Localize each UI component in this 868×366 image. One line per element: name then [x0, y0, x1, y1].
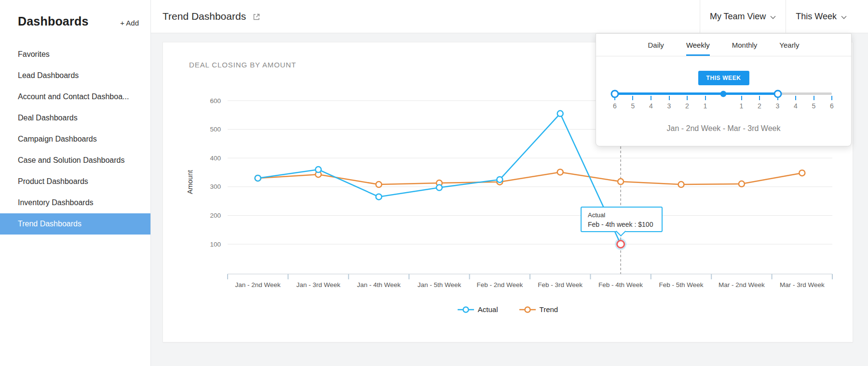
slider-tick-label: 5	[812, 102, 816, 110]
tooltip-series-name: Actual	[588, 211, 662, 219]
topbar-right: My Team View This Week	[700, 0, 856, 33]
slider-tick-label: 4	[794, 102, 798, 110]
slider-tick	[741, 96, 742, 100]
x-tick-label: Jan - 4th Week	[357, 281, 401, 288]
actual-point[interactable]	[436, 185, 442, 191]
x-tick-label: Jan - 2nd Week	[235, 281, 281, 288]
trend-line	[258, 172, 802, 184]
slider-tick	[687, 96, 688, 100]
slider-left-handle[interactable]	[611, 90, 619, 98]
trend-point[interactable]	[678, 182, 684, 187]
view-selector-label: My Team View	[710, 12, 766, 22]
this-week-button[interactable]: THIS WEEK	[698, 71, 749, 85]
page-title: Trend Dashboards	[163, 11, 246, 22]
slider-tick	[651, 96, 651, 100]
y-tick-label: 400	[210, 155, 221, 162]
tab-monthly[interactable]: Monthly	[732, 34, 758, 56]
x-tick-label: Feb - 3rd Week	[538, 281, 583, 288]
slider-tick-label: 6	[830, 102, 834, 110]
x-tick-label: Jan - 5th Week	[418, 281, 461, 288]
slider-tick-label: 2	[685, 102, 689, 110]
legend-item-actual[interactable]: Actual	[458, 305, 498, 314]
sidebar-title: Dashboards	[18, 14, 88, 28]
topbar-left: Trend Dashboards	[163, 11, 261, 22]
tab-daily[interactable]: Daily	[648, 34, 664, 56]
x-tick-label: Jan - 3rd Week	[296, 281, 340, 288]
slider-tick	[814, 96, 814, 100]
y-tick-label: 100	[210, 241, 221, 248]
period-selector-label: This Week	[796, 12, 837, 22]
period-selector[interactable]: This Week	[786, 0, 856, 33]
actual-point[interactable]	[376, 194, 382, 200]
sidebar-header: Dashboards + Add	[0, 0, 150, 28]
chart-legend: ActualTrend	[163, 305, 853, 314]
slider-tick	[831, 96, 832, 100]
period-popover: DailyWeeklyMonthlyYearly THIS WEEK 65432…	[596, 33, 852, 146]
slider-tick	[632, 96, 633, 100]
sidebar-item[interactable]: Trend Dashboards	[0, 213, 150, 235]
slider-tick-label: 1	[740, 102, 744, 110]
sidebar-item[interactable]: Product Dashboards	[0, 171, 150, 192]
highlighted-point[interactable]	[617, 241, 624, 248]
add-dashboard-button[interactable]: + Add	[120, 19, 139, 27]
chart-tooltip: Actual Feb - 4th week : $100	[581, 207, 663, 232]
sidebar-item[interactable]: Campaign Dashboards	[0, 129, 150, 150]
tooltip-value: Feb - 4th week : $100	[588, 221, 662, 228]
sidebar-item[interactable]: Lead Dashboards	[0, 65, 150, 86]
x-tick-label: Feb - 2nd Week	[476, 281, 523, 288]
open-in-new-icon[interactable]	[252, 13, 261, 21]
actual-line	[258, 114, 621, 244]
actual-point[interactable]	[557, 111, 563, 117]
x-tick-label: Feb - 5th Week	[659, 281, 703, 288]
slider-tick-label: 6	[613, 102, 617, 110]
legend-label: Actual	[478, 305, 498, 314]
sidebar-item[interactable]: Deal Dashboards	[0, 107, 150, 129]
trend-legend-marker-icon	[519, 306, 536, 313]
slider-tick-label: 2	[758, 102, 761, 110]
y-tick-label: 300	[210, 183, 221, 190]
slider-tick	[669, 96, 670, 100]
trend-point[interactable]	[618, 179, 624, 184]
tab-yearly[interactable]: Yearly	[779, 34, 799, 56]
range-slider[interactable]: 654321123456	[615, 88, 832, 113]
slider-tick	[759, 96, 760, 100]
trend-point[interactable]	[557, 169, 563, 175]
slider-center-dot	[720, 91, 727, 97]
period-tabs: DailyWeeklyMonthlyYearly	[596, 34, 851, 56]
sidebar-item[interactable]: Case and Solution Dashboards	[0, 150, 150, 171]
legend-item-trend[interactable]: Trend	[519, 305, 558, 314]
trend-point[interactable]	[739, 181, 745, 187]
slider-tick	[795, 96, 796, 100]
sidebar: Dashboards + Add FavoritesLead Dashboard…	[0, 0, 151, 366]
y-tick-label: 200	[210, 212, 221, 219]
trend-point[interactable]	[376, 182, 382, 187]
slider-tick-label: 1	[704, 102, 707, 110]
y-tick-label: 600	[210, 97, 221, 105]
range-label: Jan - 2nd Week - Mar - 3rd Week	[596, 124, 851, 133]
sidebar-item[interactable]: Inventory Dashboards	[0, 192, 150, 213]
slider-tick	[705, 96, 706, 100]
actual-legend-marker-icon	[458, 306, 474, 313]
slider-track-fill	[615, 92, 778, 95]
y-tick-label: 500	[210, 126, 221, 133]
slider-tick-label: 4	[649, 102, 653, 110]
slider-tick-label: 5	[631, 102, 635, 110]
slider-tick-label: 3	[667, 102, 671, 110]
tab-weekly[interactable]: Weekly	[686, 34, 710, 56]
slider-right-handle[interactable]	[773, 90, 782, 98]
view-selector[interactable]: My Team View	[700, 0, 786, 33]
sidebar-item[interactable]: Favorites	[0, 44, 150, 65]
sidebar-item[interactable]: Account and Contact Dashboa...	[0, 86, 150, 107]
slider-tick-label: 3	[776, 102, 780, 110]
topbar: Trend Dashboards My Team View This Week	[151, 0, 868, 33]
actual-point[interactable]	[255, 175, 261, 181]
legend-label: Trend	[540, 305, 558, 314]
chevron-down-icon	[770, 15, 776, 19]
x-tick-label: Mar - 3rd Week	[780, 281, 825, 288]
chevron-down-icon	[841, 15, 847, 19]
trend-point[interactable]	[799, 170, 805, 176]
x-tick-label: Feb - 4th Week	[598, 281, 643, 288]
actual-point[interactable]	[315, 167, 321, 172]
x-tick-label: Mar - 2nd Week	[719, 281, 765, 288]
actual-point[interactable]	[497, 177, 502, 183]
